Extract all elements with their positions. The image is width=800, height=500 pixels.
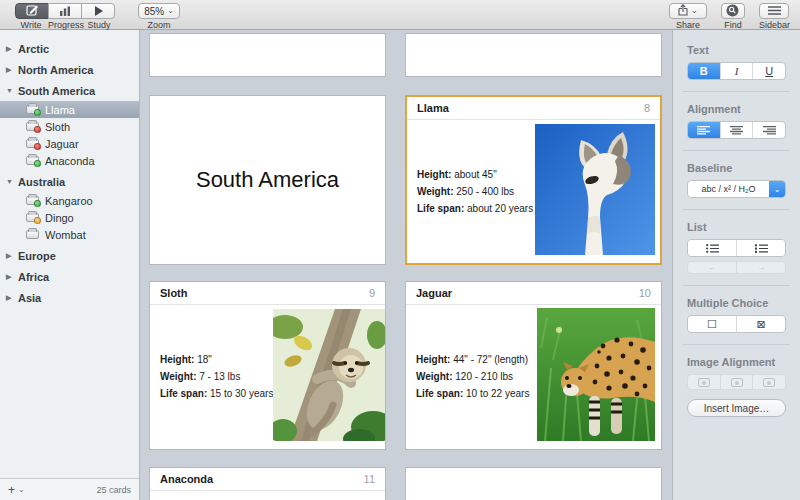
bullet-list-button[interactable]: [688, 240, 736, 256]
card-body: Height: 44" - 72" (length) Weight: 120 -…: [406, 305, 661, 448]
disclosure-triangle-icon[interactable]: ▼: [6, 178, 18, 185]
align-right-button[interactable]: [752, 122, 785, 138]
card-header: Jaguar 10: [406, 282, 661, 305]
field-line: Life span: 10 to 22 years: [416, 385, 537, 402]
disclosure-triangle-icon[interactable]: ▶: [6, 273, 18, 281]
find-control: Find: [721, 3, 745, 30]
field-line: Weight: 7 - 13 lbs: [160, 368, 273, 385]
card-fields: Height: 18" Weight: 7 - 13 lbs Life span…: [150, 351, 273, 402]
multiple-choice-control: ☐ ⊠: [687, 315, 786, 333]
sidebar-item-anaconda[interactable]: Anaconda: [0, 152, 139, 169]
card-llama[interactable]: Llama 8 Height: about 45" Weight: 250 - …: [405, 95, 662, 265]
sidebar-group-south-america[interactable]: ▼ South America: [0, 82, 139, 99]
card-icon: [26, 139, 39, 148]
outdent-button[interactable]: ←: [688, 262, 736, 273]
underline-button[interactable]: U: [752, 63, 785, 79]
sidebar-item-jaguar[interactable]: Jaguar: [0, 135, 139, 152]
card-partial[interactable]: [405, 467, 662, 500]
divider: [683, 344, 790, 345]
item-label: Sloth: [45, 121, 70, 133]
bar-chart-icon: [59, 4, 71, 19]
card-sloth[interactable]: Sloth 9 Height: 18" Weight: 7 - 13 lbs L…: [149, 281, 386, 450]
status-dot-yellow: [34, 217, 41, 224]
sidebar-group-arctic[interactable]: ▶ Arctic: [0, 40, 139, 57]
italic-button[interactable]: I: [720, 63, 753, 79]
sidebar-item-kangaroo[interactable]: Kangaroo: [0, 192, 139, 209]
card-title: Jaguar: [416, 287, 452, 299]
item-label: Jaguar: [45, 138, 79, 150]
hamburger-icon: [768, 6, 781, 17]
jaguar-photo: [537, 308, 655, 445]
field-line: Height: about 45": [417, 166, 535, 183]
image-placeholder-icon: [698, 378, 710, 387]
align-left-icon: [697, 126, 710, 135]
progress-mode-button[interactable]: [48, 3, 82, 19]
sidebar-item-wombat[interactable]: Wombat: [0, 226, 139, 243]
sidebar-footer: + ⌄ 25 cards: [0, 478, 139, 500]
disclosure-triangle-icon[interactable]: ▼: [6, 87, 18, 94]
numbered-list-button[interactable]: [736, 240, 785, 256]
baseline-dropdown[interactable]: abc / x² / H₂O ⌄: [687, 180, 786, 198]
sidebar-group-europe[interactable]: ▶ Europe: [0, 247, 139, 264]
add-button[interactable]: +: [8, 483, 15, 497]
choice-checked-button[interactable]: ⊠: [736, 316, 785, 332]
card-title-text: South America: [150, 96, 385, 264]
disclosure-triangle-icon[interactable]: ▶: [6, 45, 18, 53]
card-anaconda[interactable]: Anaconda 11: [149, 467, 386, 500]
disclosure-triangle-icon[interactable]: ▶: [6, 294, 18, 302]
share-button[interactable]: ⌄: [669, 3, 707, 19]
card-header: Llama 8: [407, 97, 660, 120]
find-label: Find: [724, 20, 742, 30]
write-mode-button[interactable]: [15, 3, 49, 19]
card-number: 8: [644, 102, 650, 114]
study-mode-button[interactable]: [81, 3, 115, 19]
image-placeholder-icon: [763, 378, 775, 387]
card-number: 11: [364, 473, 375, 485]
card-icon: [26, 105, 39, 114]
sidebar-group-australia[interactable]: ▼ Australia: [0, 173, 139, 190]
source-list-sidebar: ▶ Arctic ▶ North America ▼ South America…: [0, 30, 140, 500]
disclosure-triangle-icon[interactable]: ▶: [6, 66, 18, 74]
format-inspector: Text B I U Alignment Baseline abc / x² /…: [672, 30, 800, 500]
image-align-left-button[interactable]: [688, 375, 720, 389]
sidebar-group-north-america[interactable]: ▶ North America: [0, 61, 139, 78]
align-center-icon: [730, 126, 743, 135]
zoom-control: 85% ⌄ Zoom: [138, 3, 180, 30]
chevron-down-icon[interactable]: ⌄: [769, 181, 785, 197]
card-jaguar[interactable]: Jaguar 10 Height: 44" - 72" (length) Wei…: [405, 281, 662, 450]
sidebar-group-asia[interactable]: ▶ Asia: [0, 289, 139, 306]
card-partial[interactable]: [149, 33, 386, 77]
align-center-button[interactable]: [720, 122, 753, 138]
choice-unchecked-button[interactable]: ☐: [688, 316, 736, 332]
image-align-right-button[interactable]: [752, 375, 785, 389]
disclosure-triangle-icon[interactable]: ▶: [6, 252, 18, 260]
group-label: South America: [18, 85, 95, 97]
sidebar-item-llama[interactable]: Llama: [0, 101, 139, 118]
insert-image-button[interactable]: Insert Image…: [687, 399, 786, 417]
card-partial[interactable]: [405, 33, 662, 77]
find-button[interactable]: [721, 3, 745, 19]
sloth-photo: [273, 309, 385, 445]
sidebar-item-sloth[interactable]: Sloth: [0, 118, 139, 135]
image-align-center-button[interactable]: [720, 375, 753, 389]
sidebar-group-africa[interactable]: ▶ Africa: [0, 268, 139, 285]
indent-control: ← →: [687, 261, 786, 274]
sidebar-toggle-button[interactable]: [759, 3, 789, 19]
add-menu-chevron-icon[interactable]: ⌄: [18, 485, 25, 494]
align-left-button[interactable]: [688, 122, 720, 138]
item-label: Wombat: [45, 229, 86, 241]
bold-button[interactable]: B: [688, 63, 720, 79]
status-dot-green: [34, 200, 41, 207]
zoom-dropdown[interactable]: 85% ⌄: [138, 3, 180, 19]
card-south-america-title[interactable]: South America: [149, 95, 386, 265]
image-alignment-section-label: Image Alignment: [687, 356, 786, 368]
zoom-label: Zoom: [147, 20, 170, 30]
divider: [683, 285, 790, 286]
image-placeholder-icon: [731, 378, 743, 387]
sidebar-item-dingo[interactable]: Dingo: [0, 209, 139, 226]
item-label: Llama: [45, 104, 75, 116]
zoom-value: 85%: [144, 6, 164, 17]
share-label: Share: [676, 20, 700, 30]
group-label: Asia: [18, 292, 41, 304]
indent-button[interactable]: →: [736, 262, 785, 273]
